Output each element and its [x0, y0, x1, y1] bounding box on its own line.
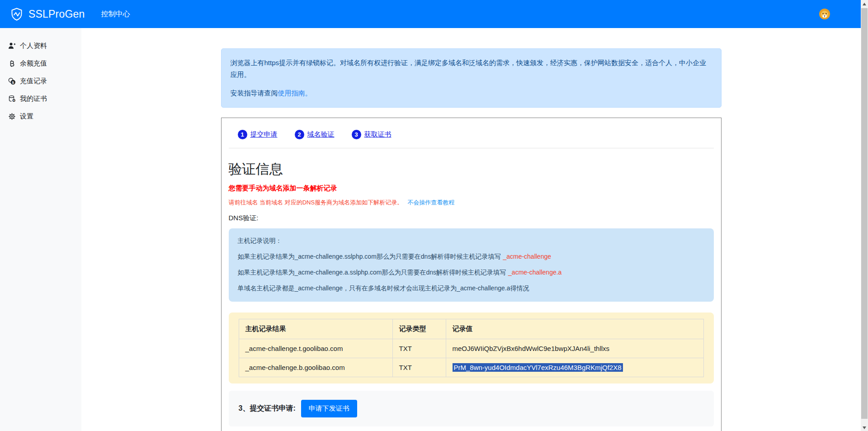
certificate-db-icon: ★	[8, 95, 16, 103]
issue-certificate-button[interactable]: 申请下发证书	[301, 400, 357, 417]
note-line2-text: 如果主机记录结果为_acme-challenge.a.sslphp.com那么为…	[238, 269, 506, 276]
step-get-certificate[interactable]: 3 获取证书	[352, 130, 392, 139]
sidebar-item-label: 余额充值	[20, 59, 47, 68]
sidebar-item-label: 个人资料	[20, 42, 47, 50]
step-submit-application[interactable]: 1 提交申请	[238, 130, 278, 139]
wizard-steps: 1 提交申请 2 域名验证 3 获取证书	[238, 130, 714, 139]
sidebar-item-certificates[interactable]: ★ 我的证书	[0, 90, 81, 108]
verification-card: 1 提交申请 2 域名验证 3 获取证书 验证信息 您需要手动为域名添加一条解析…	[221, 118, 722, 431]
record-host[interactable]: _acme-challenge.t.goolibao.com	[239, 339, 392, 358]
main-content: 浏览器上有https提示并有绿锁标记。对域名所有权进行验证，满足绑定多域名和泛域…	[81, 28, 861, 431]
guide-prefix: 安装指导请查阅	[231, 89, 278, 97]
brand-title[interactable]: SSLProGen	[28, 8, 85, 20]
sidebar-item-settings[interactable]: 设置	[0, 108, 81, 125]
note-line1-text: 如果主机记录结果为_acme-challenge.sslphp.com那么为只需…	[238, 253, 501, 260]
sidebar-item-label: 充值记录	[20, 77, 47, 85]
sidebar-item-label: 我的证书	[20, 95, 47, 103]
sidebar-item-recharge[interactable]: 余额充值	[0, 55, 81, 72]
step-2-badge: 2	[295, 130, 304, 139]
sidebar-item-profile[interactable]: 个人资料	[0, 37, 81, 55]
step-3-label[interactable]: 获取证书	[364, 130, 392, 139]
bitcoin-icon	[8, 60, 16, 67]
host-record-note: 主机记录说明： 如果主机记录结果为_acme-challenge.sslphp.…	[229, 228, 714, 302]
sidebar: 个人资料 余额充值 $ 充值记录 ★ 我的证书	[0, 28, 81, 431]
note-line2-highlight: _acme-challenge.a	[508, 269, 561, 276]
step-1-label[interactable]: 提交申请	[250, 130, 278, 139]
usage-guide-link[interactable]: 使用指南。	[278, 89, 312, 97]
nav-control-center[interactable]: 控制中心	[101, 9, 130, 19]
col-header-value: 记录值	[446, 319, 703, 339]
step-2-label[interactable]: 域名验证	[307, 130, 335, 139]
table-row: _acme-challenge.b.goolibao.com TXT PrM_8…	[239, 358, 703, 377]
record-type[interactable]: TXT	[392, 339, 446, 358]
record-value[interactable]: meOJ6WIiQbZVjxBx6hdWwlC9e1bwpXJAn4li_thl…	[446, 339, 703, 358]
page-scrollbar[interactable]	[861, 0, 868, 431]
note-line3-text: 单域名主机记录都是_acme-challenge，只有在多域名时候才会出现主机记…	[238, 284, 705, 293]
table-header-row: 主机记录结果 记录类型 记录值	[239, 319, 703, 339]
dns-records-table: 主机记录结果 记录类型 记录值 _acme-challenge.t.goolib…	[239, 319, 704, 377]
user-avatar-lion-icon[interactable]	[819, 8, 830, 20]
scrollbar-thumb[interactable]	[861, 8, 868, 419]
col-header-host: 主机记录结果	[239, 319, 392, 339]
top-navbar: SSLProGen 控制中心	[0, 0, 861, 28]
steps-divider	[229, 148, 714, 148]
record-host[interactable]: _acme-challenge.b.goolibao.com	[239, 358, 392, 377]
shield-logo-icon	[10, 7, 24, 21]
step-1-badge: 1	[238, 130, 247, 139]
note-title: 主机记录说明：	[238, 236, 705, 246]
warning-instruction-text: 请前往域名 当前域名 对应的DNS服务商为域名添加如下解析记录。	[229, 199, 403, 206]
brand[interactable]: SSLProGen	[10, 7, 85, 21]
scroll-down-arrow-icon[interactable]	[863, 426, 866, 429]
scroll-up-arrow-icon[interactable]	[863, 3, 866, 5]
person-plus-icon	[8, 42, 16, 50]
gear-icon	[8, 113, 16, 120]
record-type[interactable]: TXT	[392, 358, 446, 377]
dns-verification-label: DNS验证:	[229, 214, 714, 223]
step-3-badge: 3	[352, 130, 361, 139]
table-row: _acme-challenge.t.goolibao.com TXT meOJ6…	[239, 339, 703, 358]
submit-section: 3、提交证书申请: 申请下发证书	[229, 391, 714, 426]
intro-alert-text: 浏览器上有https提示并有绿锁标记。对域名所有权进行验证，满足绑定多域名和泛域…	[231, 57, 712, 80]
sidebar-item-recharge-history[interactable]: $ 充值记录	[0, 72, 81, 90]
coins-icon: $	[8, 77, 16, 85]
page-title: 验证信息	[229, 160, 714, 179]
svg-text:★: ★	[13, 99, 15, 102]
record-value-selected[interactable]: PrM_8wn-yud4OIdmdacYVl7exRzu46M3BgRKmjQf…	[453, 363, 623, 372]
svg-text:$: $	[12, 81, 14, 85]
sidebar-item-label: 设置	[20, 112, 33, 121]
dns-records-panel: 主机记录结果 记录类型 记录值 _acme-challenge.t.goolib…	[229, 313, 714, 384]
step-domain-verification[interactable]: 2 域名验证	[295, 130, 335, 139]
warning-bold-text: 您需要手动为域名添加一条解析记录	[229, 184, 714, 193]
submit-label: 3、提交证书申请:	[239, 404, 296, 413]
intro-alert: 浏览器上有https提示并有绿锁标记。对域名所有权进行验证，满足绑定多域名和泛域…	[221, 48, 722, 108]
tutorial-link[interactable]: 不会操作查看教程	[407, 199, 454, 206]
note-line1-highlight: _acme-challenge	[503, 253, 551, 260]
col-header-type: 记录类型	[392, 319, 446, 339]
